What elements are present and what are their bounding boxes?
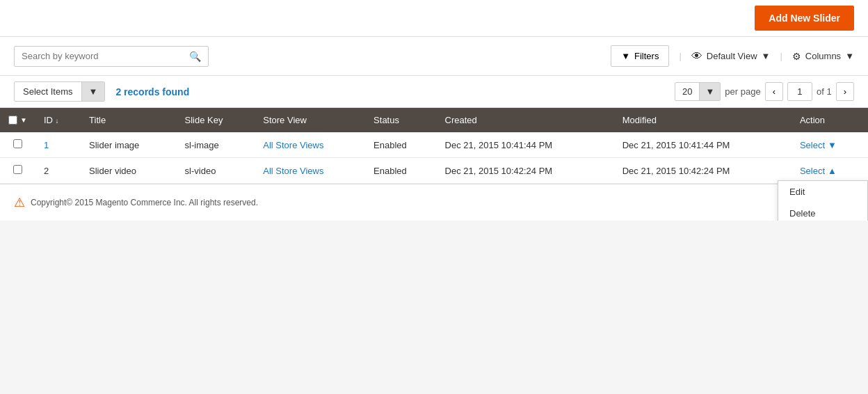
data-table: ▼ ID ↓ Title Slide Key Store View Status… xyxy=(0,108,868,184)
per-page-arrow[interactable]: ▼ xyxy=(699,83,720,100)
current-page: 1 xyxy=(787,82,812,101)
row2-action: Select ▲ Edit Delete Slide Items xyxy=(791,158,868,184)
next-page-button[interactable]: › xyxy=(836,82,854,101)
gear-icon: ⚙ xyxy=(792,51,801,62)
row2-store-view-link[interactable]: All Store Views xyxy=(263,166,323,176)
th-modified: Modified xyxy=(614,108,791,132)
select-all-checkbox[interactable] xyxy=(8,116,17,125)
row1-checkbox-cell xyxy=(0,132,35,158)
row2-slide-key: sl-video xyxy=(177,158,255,184)
chevron-down-icon: ▼ xyxy=(762,51,771,61)
th-created: Created xyxy=(437,108,614,132)
separator-2: | xyxy=(780,51,782,61)
eye-icon: 👁 xyxy=(691,50,702,63)
table-row: 2 Slider video sl-video All Store Views … xyxy=(0,158,868,184)
prev-page-button[interactable]: ‹ xyxy=(765,82,783,101)
add-new-slider-button[interactable]: Add New Slider xyxy=(755,6,854,31)
row1-modified: Dec 21, 2015 10:41:44 PM xyxy=(614,132,791,158)
row1-checkbox[interactable] xyxy=(13,139,22,148)
row1-created: Dec 21, 2015 10:41:44 PM xyxy=(437,132,614,158)
row2-select-arrow-up: ▲ xyxy=(828,166,837,176)
magento-logo-icon: ⚠ xyxy=(14,195,25,210)
search-icon: 🔍 xyxy=(189,51,201,62)
filters-button[interactable]: ▼ Filters xyxy=(611,45,669,67)
row2-select-button[interactable]: Select ▲ xyxy=(800,166,837,176)
separator-1: | xyxy=(679,51,681,61)
filters-label: Filters xyxy=(634,51,659,61)
row2-store-view: All Store Views xyxy=(255,158,365,184)
row1-title: Slider image xyxy=(81,132,177,158)
row2-checkbox-cell xyxy=(0,158,35,184)
row1-store-view: All Store Views xyxy=(255,132,365,158)
toolbar: 🔍 ▼ Filters | 👁 Default View ▼ | ⚙ Colum… xyxy=(0,37,868,76)
row2-title: Slider video xyxy=(81,158,177,184)
row1-store-view-link[interactable]: All Store Views xyxy=(263,140,323,150)
search-input[interactable] xyxy=(22,51,189,61)
search-box: 🔍 xyxy=(14,46,209,67)
filter-icon: ▼ xyxy=(621,51,630,61)
top-bar: Add New Slider xyxy=(0,0,868,37)
th-store-view: Store View xyxy=(255,108,365,132)
th-action: Action xyxy=(791,108,868,132)
per-page-label: per page xyxy=(725,86,760,97)
row2-id: 2 xyxy=(35,158,81,184)
row2-modified: Dec 21, 2015 10:42:24 PM xyxy=(614,158,791,184)
th-status: Status xyxy=(365,108,436,132)
row2-status: Enabled xyxy=(365,158,436,184)
table-row: 1 Slider image sl-image All Store Views … xyxy=(0,132,868,158)
sort-id-icon: ↓ xyxy=(56,117,59,125)
dropdown-edit[interactable]: Edit xyxy=(778,181,867,203)
row2-checkbox[interactable] xyxy=(13,165,22,174)
row1-slide-key: sl-image xyxy=(177,132,255,158)
row1-id: 1 xyxy=(35,132,81,158)
th-title: Title xyxy=(81,108,177,132)
pagination: 20 ▼ per page ‹ 1 of 1 › xyxy=(675,82,854,101)
chevron-down-icon-2: ▼ xyxy=(845,51,854,61)
dropdown-delete[interactable]: Delete xyxy=(778,203,867,221)
action-dropdown-menu: Edit Delete Slide Items xyxy=(778,180,868,221)
row2-select-label: Select xyxy=(800,166,825,176)
th-slide-key: Slide Key xyxy=(177,108,255,132)
row1-id-link[interactable]: 1 xyxy=(44,140,49,150)
row1-select-button[interactable]: Select ▼ xyxy=(800,140,837,150)
sort-indicator: ▼ xyxy=(20,116,27,124)
page-total: of 1 xyxy=(817,86,832,97)
select-items-arrow[interactable]: ▼ xyxy=(81,82,105,101)
default-view-label: Default View xyxy=(707,51,757,61)
columns-label: Columns xyxy=(805,51,841,61)
per-page-select[interactable]: 20 ▼ xyxy=(675,82,721,101)
row2-created: Dec 21, 2015 10:42:24 PM xyxy=(437,158,614,184)
subtoolbar: Select Items ▼ 2 records found 20 ▼ per … xyxy=(0,76,868,108)
table-container: ▼ ID ↓ Title Slide Key Store View Status… xyxy=(0,108,868,184)
toolbar-right: ▼ Filters | 👁 Default View ▼ | ⚙ Columns… xyxy=(611,45,854,67)
row1-select-arrow: ▼ xyxy=(828,140,837,150)
row1-action: Select ▼ xyxy=(791,132,868,158)
table-header-row: ▼ ID ↓ Title Slide Key Store View Status… xyxy=(0,108,868,132)
click-directly-arrow xyxy=(42,205,125,221)
th-id: ID ↓ xyxy=(35,108,81,132)
default-view-dropdown[interactable]: 👁 Default View ▼ xyxy=(691,50,771,63)
th-checkbox: ▼ xyxy=(0,108,35,132)
columns-dropdown[interactable]: ⚙ Columns ▼ xyxy=(792,51,854,62)
per-page-value: 20 xyxy=(675,83,699,100)
row1-status: Enabled xyxy=(365,132,436,158)
footer: ⚠ Copyright© 2015 Magento Commerce Inc. … xyxy=(0,184,868,221)
select-items-label: Select Items xyxy=(15,82,81,101)
row1-select-label: Select xyxy=(800,140,825,150)
select-items-dropdown[interactable]: Select Items ▼ xyxy=(14,81,105,102)
records-found: 2 records found xyxy=(115,86,189,97)
